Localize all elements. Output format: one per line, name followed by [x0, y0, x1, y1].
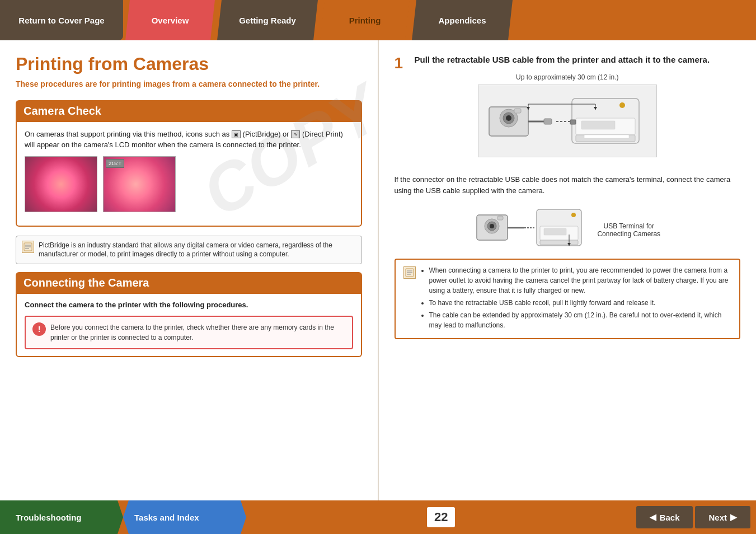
back-arrow-icon: ◀ — [650, 512, 656, 522]
nav-appendices-button[interactable]: Appendices — [412, 0, 513, 40]
svg-rect-17 — [584, 135, 629, 138]
tasks-label: Tasks and Index — [134, 513, 199, 522]
top-navigation: Return to Cover Page Overview Getting Re… — [0, 0, 756, 40]
svg-rect-28 — [497, 216, 503, 220]
connecting-body: Connect the camera to the printer with t… — [16, 294, 362, 357]
tasks-button[interactable]: Tasks and Index — [123, 500, 246, 534]
nav-return-button[interactable]: Return to Cover Page — [0, 0, 123, 40]
bottom-note-icon — [403, 266, 416, 279]
camera-check-body: On cameras that support printing via thi… — [16, 122, 362, 227]
next-button[interactable]: Next ▶ — [695, 506, 750, 528]
page-number: 22 — [427, 507, 455, 527]
svg-rect-14 — [581, 121, 615, 129]
svg-point-16 — [619, 102, 625, 108]
next-arrow-icon: ▶ — [730, 512, 737, 522]
troubleshooting-label: Troubleshooting — [16, 513, 82, 522]
step-text: Pull the retractable USB cable from the … — [395, 54, 741, 65]
badge-2: 215:T — [106, 159, 124, 168]
bottom-right-nav: ◀ Back Next ▶ — [636, 500, 756, 534]
warning-box: ! Before you connect the camera to the p… — [25, 316, 353, 349]
nav-printing-label: Printing — [349, 16, 381, 25]
warning-icon: ! — [32, 322, 46, 336]
svg-rect-8 — [514, 109, 521, 113]
note-item-3: The cable can be extended by approximate… — [429, 310, 732, 330]
nav-appendices-label: Appendices — [438, 16, 486, 25]
back-button[interactable]: ◀ Back — [636, 506, 693, 528]
bottom-note-list: When connecting a camera to the printer … — [421, 265, 732, 332]
svg-rect-18 — [570, 120, 576, 124]
svg-rect-10 — [544, 119, 552, 124]
page-subtitle: These procedures are for printing images… — [16, 79, 362, 90]
camera-image-1: 215:T — [25, 156, 97, 212]
camera-check-text: On cameras that support printing via thi… — [25, 129, 353, 151]
nav-overview-button[interactable]: Overview — [125, 0, 215, 40]
nav-return-label: Return to Cover Page — [18, 16, 104, 25]
pictbridge-note-text: PictBridge is an industry standard that … — [39, 241, 356, 260]
bottom-left-nav: Troubleshooting Tasks and Index — [0, 500, 246, 534]
note-item-2: To have the retractable USB cable recoil… — [429, 298, 732, 308]
pictbridge-note: PictBridge is an industry standard that … — [16, 236, 362, 265]
step-1: 1 Pull the retractable USB cable from th… — [395, 54, 741, 65]
warning-text: Before you connect the camera to the pri… — [50, 322, 345, 343]
pictbridge-icon: ▣ — [232, 130, 241, 138]
first-diagram: Up to approximately 30 cm (12 in.) — [395, 73, 741, 165]
info-text: If the connector on the retractable USB … — [395, 174, 741, 196]
svg-point-7 — [506, 115, 511, 121]
usb-terminal-label: USB Terminal forConnecting Cameras — [597, 222, 660, 238]
camera-images: 215:T 215:T — [25, 156, 353, 212]
diagram-label: Up to approximately 30 cm (12 in.) — [516, 73, 618, 81]
camera-image-2: 215:T — [103, 156, 176, 212]
usb-diagram-svg — [483, 87, 651, 154]
nav-printing-button[interactable]: Printing — [320, 0, 410, 40]
nav-getting-ready-button[interactable]: Getting Ready — [217, 0, 318, 40]
connecting-section: Connecting the Camera Connect the camera… — [16, 272, 362, 357]
connecting-text: Connect the camera to the printer with t… — [25, 301, 353, 309]
page-title: Printing from Cameras — [16, 54, 362, 74]
usb-diagram-box — [478, 85, 657, 157]
bottom-note-box: When connecting a camera to the printer … — [395, 259, 741, 339]
svg-point-27 — [490, 224, 494, 228]
camera-check-section: Camera Check On cameras that support pri… — [16, 100, 362, 227]
svg-point-35 — [571, 213, 576, 217]
note-item-1: When connecting a camera to the printer … — [429, 265, 732, 296]
second-diagram-svg — [474, 204, 586, 254]
back-label: Back — [660, 513, 680, 522]
next-label: Next — [708, 513, 727, 522]
bottom-navigation: Troubleshooting Tasks and Index 22 ◀ Bac… — [0, 500, 756, 534]
second-diagram: USB Terminal forConnecting Cameras — [395, 204, 741, 254]
nav-getting-ready-label: Getting Ready — [239, 16, 296, 25]
step-number: 1 — [395, 54, 403, 73]
svg-rect-33 — [544, 228, 566, 235]
usb-terminal-label-container: USB Terminal forConnecting Cameras — [597, 220, 660, 238]
left-panel: Printing from Cameras These procedures a… — [0, 40, 379, 500]
troubleshooting-button[interactable]: Troubleshooting — [0, 500, 123, 534]
main-content: COPY Printing from Cameras These procedu… — [0, 40, 756, 500]
note-icon — [22, 241, 34, 253]
direct-print-icon: ✎ — [291, 130, 300, 138]
page-number-area: 22 — [246, 507, 636, 527]
camera-check-header: Camera Check — [16, 100, 362, 122]
nav-overview-label: Overview — [152, 16, 189, 25]
svg-rect-34 — [540, 240, 578, 245]
connecting-header: Connecting the Camera — [16, 272, 362, 294]
right-panel: 1 Pull the retractable USB cable from th… — [379, 40, 757, 500]
